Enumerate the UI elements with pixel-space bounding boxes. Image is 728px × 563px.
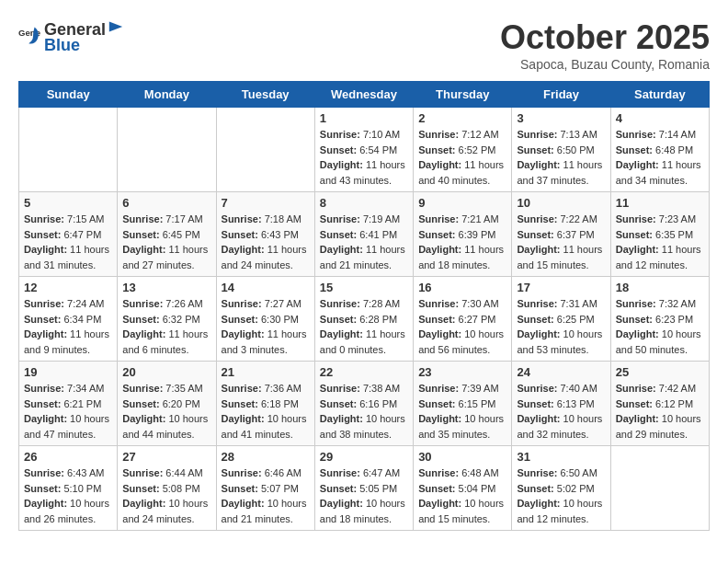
day-info-line: Daylight: 11 hours and 27 minutes. [122, 244, 208, 270]
day-cell-2: 2Sunrise: 7:12 AMSunset: 6:52 PMDaylight… [414, 108, 512, 192]
day-number: 22 [320, 365, 408, 379]
day-info: Sunrise: 7:17 AMSunset: 6:45 PMDaylight:… [122, 212, 210, 272]
day-info: Sunrise: 6:50 AMSunset: 5:02 PMDaylight:… [517, 465, 605, 526]
day-info-line: Sunrise: 7:36 AM [222, 383, 301, 394]
day-number: 27 [122, 450, 210, 464]
logo-arrow-icon [108, 18, 124, 35]
day-info-line: Daylight: 11 hours and 40 minutes. [418, 159, 504, 186]
day-info-line: Sunset: 6:30 PM [222, 314, 299, 325]
weekday-header-saturday: Saturday [610, 82, 709, 108]
logo: General General Blue [18, 18, 126, 55]
day-info-line: Daylight: 11 hours and 24 minutes. [222, 244, 307, 270]
day-info-line: Sunrise: 6:48 AM [418, 467, 498, 478]
day-cell-25: 25Sunrise: 7:42 AMSunset: 6:12 PMDayligh… [610, 362, 709, 446]
day-info-line: Sunrise: 6:43 AM [24, 467, 104, 478]
day-info: Sunrise: 7:19 AMSunset: 6:41 PMDaylight:… [320, 212, 408, 272]
week-row-3: 12Sunrise: 7:24 AMSunset: 6:34 PMDayligh… [19, 277, 710, 362]
day-info: Sunrise: 7:21 AMSunset: 6:39 PMDaylight:… [418, 212, 506, 272]
day-cell-4: 4Sunrise: 7:14 AMSunset: 6:48 PMDaylight… [610, 108, 709, 192]
weekday-header-row: SundayMondayTuesdayWednesdayThursdayFrid… [19, 82, 710, 108]
day-number: 12 [24, 281, 112, 294]
day-info-line: Sunrise: 7:12 AM [418, 129, 498, 140]
day-number: 11 [616, 196, 704, 210]
day-number: 24 [517, 365, 605, 379]
day-info: Sunrise: 7:32 AMSunset: 6:23 PMDaylight:… [616, 296, 704, 357]
day-info: Sunrise: 7:40 AMSunset: 6:13 PMDaylight:… [517, 381, 605, 442]
day-number: 6 [122, 196, 210, 210]
day-info-line: Daylight: 11 hours and 15 minutes. [517, 244, 602, 270]
day-info-line: Sunrise: 6:47 AM [320, 467, 400, 478]
day-info-line: Daylight: 10 hours and 21 minutes. [222, 498, 307, 524]
day-info-line: Sunrise: 7:13 AM [517, 129, 597, 140]
empty-cell [610, 446, 709, 531]
day-info-line: Sunset: 6:32 PM [122, 314, 199, 325]
day-info-line: Sunset: 6:50 PM [517, 144, 594, 155]
day-info: Sunrise: 7:36 AMSunset: 6:18 PMDaylight:… [222, 381, 310, 442]
day-info-line: Sunrise: 7:34 AM [24, 383, 104, 394]
day-info-line: Daylight: 10 hours and 41 minutes. [222, 413, 307, 440]
day-cell-14: 14Sunrise: 7:27 AMSunset: 6:30 PMDayligh… [216, 277, 314, 362]
day-info-line: Sunset: 5:10 PM [24, 483, 101, 494]
empty-cell [118, 108, 216, 192]
day-info-line: Sunset: 6:25 PM [517, 314, 594, 325]
week-row-1: 1Sunrise: 7:10 AMSunset: 6:54 PMDaylight… [19, 108, 710, 192]
day-info: Sunrise: 7:38 AMSunset: 6:16 PMDaylight:… [320, 381, 408, 442]
day-info: Sunrise: 7:26 AMSunset: 6:32 PMDaylight:… [122, 296, 210, 357]
day-number: 15 [320, 281, 408, 294]
day-info-line: Sunset: 6:27 PM [418, 314, 495, 325]
logo-icon: General [18, 26, 40, 48]
day-info-line: Daylight: 10 hours and 47 minutes. [24, 413, 109, 440]
day-info-line: Sunrise: 7:14 AM [616, 129, 696, 140]
day-number: 8 [320, 196, 408, 210]
week-row-4: 19Sunrise: 7:34 AMSunset: 6:21 PMDayligh… [19, 362, 710, 446]
weekday-header-tuesday: Tuesday [216, 82, 314, 108]
day-info-line: Sunrise: 7:32 AM [616, 298, 696, 309]
day-cell-12: 12Sunrise: 7:24 AMSunset: 6:34 PMDayligh… [19, 277, 118, 362]
day-cell-8: 8Sunrise: 7:19 AMSunset: 6:41 PMDaylight… [314, 192, 413, 277]
day-info-line: Sunset: 6:54 PM [320, 144, 397, 155]
weekday-header-sunday: Sunday [19, 82, 118, 108]
day-info-line: Daylight: 11 hours and 3 minutes. [222, 328, 307, 355]
day-info-line: Daylight: 10 hours and 26 minutes. [24, 498, 109, 524]
day-info-line: Daylight: 11 hours and 34 minutes. [616, 159, 701, 186]
month-title: October 2025 [500, 18, 710, 57]
week-row-5: 26Sunrise: 6:43 AMSunset: 5:10 PMDayligh… [19, 446, 710, 531]
day-info-line: Sunrise: 6:46 AM [222, 467, 301, 478]
day-info-line: Sunrise: 7:24 AM [24, 298, 104, 309]
day-info-line: Daylight: 11 hours and 0 minutes. [320, 328, 405, 355]
day-info: Sunrise: 7:39 AMSunset: 6:15 PMDaylight:… [418, 381, 506, 442]
day-number: 28 [222, 450, 310, 464]
day-number: 14 [222, 281, 310, 294]
day-info-line: Sunrise: 7:17 AM [122, 213, 202, 224]
day-info-line: Sunset: 6:18 PM [222, 398, 299, 409]
day-info-line: Daylight: 11 hours and 21 minutes. [320, 244, 405, 270]
day-info-line: Sunset: 6:13 PM [517, 398, 594, 409]
day-cell-1: 1Sunrise: 7:10 AMSunset: 6:54 PMDaylight… [314, 108, 413, 192]
day-info: Sunrise: 7:42 AMSunset: 6:12 PMDaylight:… [616, 381, 704, 442]
day-info-line: Daylight: 11 hours and 12 minutes. [616, 244, 701, 270]
day-info: Sunrise: 7:27 AMSunset: 6:30 PMDaylight:… [222, 296, 310, 357]
day-cell-10: 10Sunrise: 7:22 AMSunset: 6:37 PMDayligh… [512, 192, 610, 277]
day-info: Sunrise: 7:31 AMSunset: 6:25 PMDaylight:… [517, 296, 605, 357]
day-info-line: Sunset: 6:35 PM [616, 229, 693, 240]
location-subtitle: Sapoca, Buzau County, Romania [500, 57, 710, 72]
day-info: Sunrise: 6:47 AMSunset: 5:05 PMDaylight:… [320, 465, 408, 526]
day-info: Sunrise: 7:14 AMSunset: 6:48 PMDaylight:… [616, 127, 704, 188]
day-cell-7: 7Sunrise: 7:18 AMSunset: 6:43 PMDaylight… [216, 192, 314, 277]
day-info: Sunrise: 6:48 AMSunset: 5:04 PMDaylight:… [418, 465, 506, 526]
day-info-line: Sunrise: 7:23 AM [616, 213, 696, 224]
day-number: 23 [418, 365, 506, 379]
day-cell-24: 24Sunrise: 7:40 AMSunset: 6:13 PMDayligh… [512, 362, 610, 446]
title-section: October 2025 Sapoca, Buzau County, Roman… [500, 18, 710, 72]
day-cell-31: 31Sunrise: 6:50 AMSunset: 5:02 PMDayligh… [512, 446, 610, 531]
weekday-header-monday: Monday [118, 82, 216, 108]
day-cell-6: 6Sunrise: 7:17 AMSunset: 6:45 PMDaylight… [118, 192, 216, 277]
day-info-line: Daylight: 10 hours and 18 minutes. [320, 498, 405, 524]
day-info-line: Sunrise: 7:26 AM [122, 298, 202, 309]
day-number: 31 [517, 450, 605, 464]
day-number: 2 [418, 111, 506, 125]
day-cell-22: 22Sunrise: 7:38 AMSunset: 6:16 PMDayligh… [314, 362, 413, 446]
day-info-line: Daylight: 11 hours and 6 minutes. [122, 328, 208, 355]
day-info-line: Sunrise: 7:15 AM [24, 213, 104, 224]
day-info-line: Sunset: 5:08 PM [122, 483, 199, 494]
